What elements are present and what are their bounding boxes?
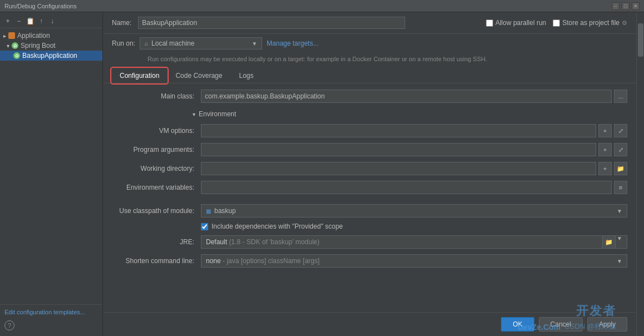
title-bar: Run/Debug Configurations − □ ✕ (0, 0, 644, 12)
working-dir-folder-button[interactable]: 📁 (614, 162, 627, 175)
store-as-project-row: Store as project file ⚙ (553, 19, 627, 27)
env-vars-input[interactable] (201, 181, 612, 194)
program-args-input-wrap: + ⤢ (201, 143, 627, 156)
right-scrollbar[interactable] (636, 12, 644, 336)
environment-section-header[interactable]: ▾ Environment (112, 108, 627, 120)
environment-arrow-icon: ▾ (193, 111, 195, 117)
run-on-label: Run on: (112, 39, 135, 47)
working-dir-plus-button[interactable]: + (598, 162, 612, 175)
shorten-cmd-input-wrap: none - java [options] className [args] ▼ (201, 254, 627, 268)
module-label: Use classpath of module: (112, 207, 201, 215)
maximize-button[interactable]: □ (622, 2, 630, 10)
tabs-bar: Configuration Code Coverage Logs (103, 68, 636, 83)
jre-select-inner: Default (1.8 - SDK of 'baskup' module) (206, 238, 319, 246)
main-panel: Name: Allow parallel run Store as projec… (103, 12, 636, 336)
local-machine-house-icon (145, 41, 148, 47)
jre-label: JRE: (112, 238, 201, 246)
module-icon (206, 208, 211, 214)
module-value: baskup (214, 207, 236, 215)
move-up-button[interactable]: ↑ (37, 17, 46, 26)
sidebar-toolbar: + − 📋 ↑ ↓ (0, 14, 102, 28)
application-icon (8, 32, 15, 39)
store-as-project-checkbox[interactable] (553, 19, 560, 27)
ok-button[interactable]: OK (501, 317, 534, 332)
sidebar-item-baskup-application[interactable]: ✿ BaskupApplication (0, 51, 102, 61)
module-row: Use classpath of module: baskup ▼ (112, 204, 627, 218)
jre-select[interactable]: Default (1.8 - SDK of 'baskup' module) 📁… (201, 235, 627, 249)
working-dir-input-wrap: + 📁 (201, 162, 627, 175)
program-args-plus-button[interactable]: + (598, 143, 612, 156)
shorten-none-text: none (206, 257, 221, 265)
sidebar-item-application[interactable]: ▸ Application (0, 31, 102, 41)
sidebar: + − 📋 ↑ ↓ ▸ Application ▾ ✿ Spring Boot (0, 12, 103, 336)
info-text: Run configurations may be executed local… (103, 53, 636, 68)
jre-controls: 📁 ▼ (602, 235, 622, 249)
program-args-input[interactable] (201, 143, 596, 156)
tab-logs[interactable]: Logs (230, 68, 262, 83)
allow-parallel-checkbox[interactable] (486, 19, 493, 27)
vm-options-row: VM options: + ⤢ (112, 123, 627, 138)
vm-options-label: VM options: (112, 127, 201, 135)
baskup-app-label: BaskupApplication (22, 52, 77, 60)
name-row: Name: Allow parallel run Store as projec… (103, 12, 636, 34)
working-dir-label: Working directory: (112, 165, 201, 172)
run-on-select-inner: Local machine (145, 39, 252, 47)
edit-templates-link[interactable]: Edit configuration templates... (4, 309, 85, 315)
include-deps-checkbox[interactable] (201, 223, 208, 230)
move-down-button[interactable]: ↓ (48, 17, 57, 26)
jre-dropdown-arrow-icon: ▼ (617, 235, 622, 249)
add-config-button[interactable]: + (3, 17, 12, 26)
jre-row: JRE: Default (1.8 - SDK of 'baskup' modu… (112, 235, 627, 249)
jre-folder-button[interactable]: 📁 (602, 235, 616, 249)
run-on-row: Run on: Local machine ▼ Manage targets..… (103, 34, 636, 53)
spring-boot-icon: ✿ (12, 42, 18, 49)
env-vars-row: Environment variables: ≡ (112, 180, 627, 195)
tab-configuration[interactable]: Configuration (112, 68, 167, 83)
env-vars-edit-button[interactable]: ≡ (614, 181, 627, 194)
module-select-inner: baskup (206, 207, 236, 215)
run-on-select[interactable]: Local machine ▼ (140, 37, 262, 50)
include-deps-label: Include dependencies with "Provided" sco… (212, 223, 343, 230)
main-class-browse-button[interactable]: ... (614, 90, 627, 103)
shorten-dropdown-arrow-icon: ▼ (617, 258, 622, 264)
title-bar-controls: − □ ✕ (612, 2, 640, 10)
apply-button[interactable]: Apply (587, 317, 627, 332)
minimize-button[interactable]: − (612, 2, 620, 10)
spring-boot-label: Spring Boot (21, 42, 56, 50)
run-on-dropdown-arrow-icon: ▼ (252, 41, 257, 47)
header-right: Allow parallel run Store as project file… (486, 19, 627, 27)
cancel-button[interactable]: Cancel (539, 317, 583, 332)
include-deps-row: Include dependencies with "Provided" sco… (201, 223, 627, 230)
main-class-row: Main class: ... (112, 89, 627, 103)
shorten-cmd-select[interactable]: none - java [options] className [args] ▼ (201, 254, 627, 268)
name-input[interactable] (138, 17, 405, 29)
env-vars-input-wrap: ≡ (201, 181, 627, 194)
vm-options-plus-button[interactable]: + (598, 124, 612, 137)
tab-code-coverage[interactable]: Code Coverage (167, 68, 230, 83)
module-select[interactable]: baskup ▼ (201, 204, 627, 218)
vm-options-expand-button[interactable]: ⤢ (614, 124, 627, 137)
main-class-input[interactable] (201, 90, 612, 103)
remove-config-button[interactable]: − (14, 17, 23, 26)
jre-default-text: Default (206, 238, 227, 246)
sidebar-item-spring-boot[interactable]: ▾ ✿ Spring Boot (0, 41, 102, 51)
close-button[interactable]: ✕ (632, 2, 640, 10)
name-label: Name: (112, 19, 131, 27)
help-icon[interactable]: ? (4, 320, 14, 330)
working-dir-input[interactable] (201, 162, 596, 175)
module-dropdown-arrow-icon: ▼ (617, 208, 622, 214)
manage-targets-link[interactable]: Manage targets... (267, 39, 318, 47)
shorten-cmd-row: Shorten command line: none - java [optio… (112, 254, 627, 268)
shorten-cmd-label: Shorten command line: (112, 257, 201, 265)
program-args-expand-button[interactable]: ⤢ (614, 143, 627, 156)
program-args-label: Program arguments: (112, 146, 201, 154)
application-label: Application (17, 32, 50, 39)
jre-detail-text: (1.8 - SDK of 'baskup' module) (229, 238, 319, 246)
spring-boot-arrow-icon: ▾ (7, 43, 9, 49)
main-class-input-wrap: ... (201, 90, 627, 103)
vm-options-input[interactable] (201, 124, 596, 137)
config-form: Main class: ... ▾ Environment VM options… (103, 83, 636, 312)
scrollbar-thumb[interactable] (638, 23, 643, 57)
copy-config-button[interactable]: 📋 (26, 17, 35, 26)
working-dir-row: Working directory: + 📁 (112, 161, 627, 176)
